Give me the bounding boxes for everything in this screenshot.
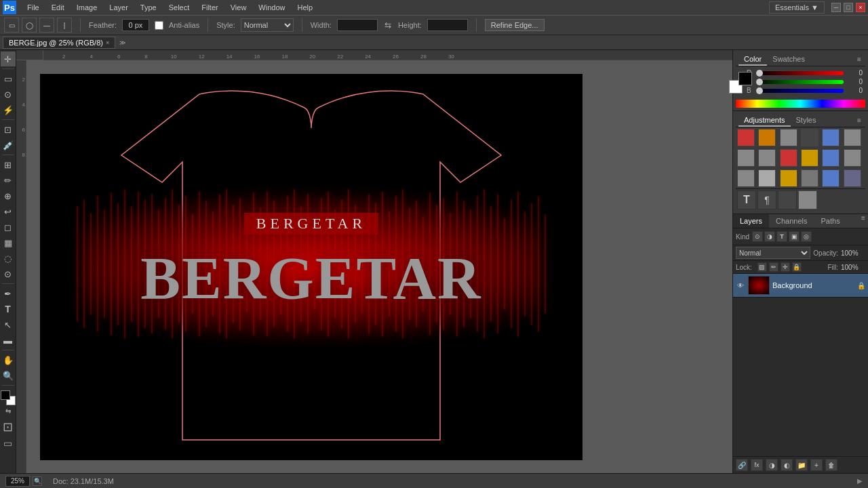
adj-panel-close[interactable]: ≡ [856,117,863,124]
clone-tool[interactable]: ⊕ [1,188,16,203]
tab-swatches[interactable]: Swatches [767,54,810,66]
paragraph-tool-icon[interactable]: ¶ [757,190,776,209]
gray-box-icon[interactable] [798,190,817,209]
maximize-button[interactable]: □ [844,3,853,12]
hand-tool[interactable]: ✋ [1,352,16,367]
kind-type-icon[interactable]: T [776,231,787,242]
quick-mask-button[interactable]: ⊡ [3,420,13,434]
adj-hue[interactable] [758,149,776,167]
brush-tool[interactable]: ✏ [1,173,16,188]
tab-channels[interactable]: Channels [769,214,814,228]
menu-window[interactable]: Window [253,2,290,13]
adj-selective[interactable] [822,169,840,187]
adj-bw[interactable] [801,149,818,167]
zoom-input[interactable] [5,476,30,487]
tab-color[interactable]: Color [738,54,767,66]
adj-vibrance[interactable] [737,149,755,167]
tab-close-button[interactable]: × [106,39,109,46]
layer-delete-button[interactable]: 🗑 [825,459,837,471]
menu-filter[interactable]: Filter [196,2,223,13]
antialias-checkbox[interactable] [155,21,163,30]
menu-layer[interactable]: Layer [104,2,134,13]
path-select-tool[interactable]: ↖ [1,317,16,332]
layer-fx-button[interactable]: fx [751,459,763,471]
tab-layers[interactable]: Layers [733,214,769,228]
adj-gradient-map[interactable] [801,169,818,187]
lock-paint-icon[interactable]: ✏ [769,262,778,272]
zoom-tool[interactable]: 🔍 [1,368,16,383]
tab-styles[interactable]: Styles [791,115,822,127]
style-select[interactable]: Normal Fixed Ratio Fixed Size [241,18,294,32]
menu-image[interactable]: Image [71,2,103,13]
type-tool-icon[interactable]: T [737,190,756,209]
canvas[interactable]: BERGETAR BERGETAR [40,74,583,460]
adj-photo-filter[interactable] [822,149,840,167]
layer-new-button[interactable]: + [810,459,823,471]
eyedropper-tool[interactable]: 💉 [1,138,16,152]
adj-pattern[interactable] [844,129,861,146]
menu-type[interactable]: Type [135,2,162,13]
layer-visibility-toggle[interactable]: 👁 [736,281,745,290]
single-col-tool[interactable]: | [57,18,72,33]
kind-adjust-icon[interactable]: ◑ [764,231,775,242]
lasso-tool[interactable]: ⊙ [1,87,16,102]
foreground-color-box[interactable] [738,72,752,85]
adj-levels[interactable] [758,129,776,146]
menu-edit[interactable]: Edit [46,2,70,13]
color-panel-close[interactable]: ≡ [856,56,863,63]
height-input[interactable] [427,19,468,31]
quick-select-tool[interactable]: ⚡ [1,102,16,117]
gradient-tool[interactable]: ▦ [1,235,16,250]
layers-panel-close[interactable]: ≡ [860,214,867,221]
swap-colors-button[interactable]: ⇆ [5,407,11,415]
close-button[interactable]: × [856,3,865,12]
eraser-tool[interactable]: ◻ [1,220,16,235]
adj-posterize[interactable] [758,169,776,187]
kind-smart-icon[interactable]: ◎ [801,231,812,242]
foreground-color-swatch[interactable] [1,390,10,400]
minimize-button[interactable]: ─ [831,3,841,12]
document-tab[interactable]: BERGE.jpg @ 25% (RGB/8) × [3,37,115,49]
essentials-button[interactable]: Essentials ▼ [769,1,825,14]
menu-file[interactable]: File [22,2,45,13]
b-slider[interactable] [756,89,844,93]
patch-tool[interactable]: ⊞ [1,157,16,172]
color-swatch[interactable] [1,390,16,405]
menu-select[interactable]: Select [163,2,195,13]
white-box-icon[interactable] [778,190,797,209]
layer-background[interactable]: 👁 Background 🔒 [733,274,868,298]
blend-mode-select[interactable]: Normal Multiply Screen [736,247,810,259]
adj-color[interactable] [822,129,840,146]
adj-colorbal[interactable] [780,149,797,167]
kind-pixel-icon[interactable]: ⊙ [752,231,763,242]
width-input[interactable] [337,19,378,31]
layer-link-button[interactable]: 🔗 [736,459,748,471]
tab-adjustments[interactable]: Adjustments [738,115,791,127]
move-tool[interactable]: ✛ [1,52,16,66]
feather-input[interactable] [122,19,149,31]
adj-brightness[interactable] [737,129,755,146]
tab-paths[interactable]: Paths [814,214,847,228]
refine-edge-button[interactable]: Refine Edge... [485,19,545,31]
pen-tool[interactable]: ✒ [1,286,16,301]
fg-bg-color-swatch[interactable] [738,72,743,94]
blur-tool[interactable]: ◌ [1,251,16,266]
layer-mask-button[interactable]: ◑ [766,459,778,471]
lock-move-icon[interactable]: ✛ [781,262,790,272]
swap-dimensions-button[interactable]: ⇆ [383,20,393,30]
adj-curves[interactable] [780,129,797,146]
single-row-tool[interactable]: — [39,18,54,33]
g-slider[interactable] [756,80,844,84]
marquee-rect-tool[interactable]: ▭ [4,18,19,33]
shape-tool[interactable]: ▬ [1,333,16,348]
screen-mode-button[interactable]: ▭ [3,438,12,449]
dodge-tool[interactable]: ⊙ [1,266,16,281]
adj-more[interactable] [844,169,861,187]
history-brush-tool[interactable]: ↩ [1,204,16,219]
adj-thresh[interactable] [780,169,797,187]
adj-channel[interactable] [844,149,861,167]
r-slider[interactable] [756,71,844,75]
lock-transparent-icon[interactable]: ▨ [757,262,767,272]
color-spectrum[interactable] [736,100,865,108]
crop-tool[interactable]: ⊡ [1,122,16,137]
